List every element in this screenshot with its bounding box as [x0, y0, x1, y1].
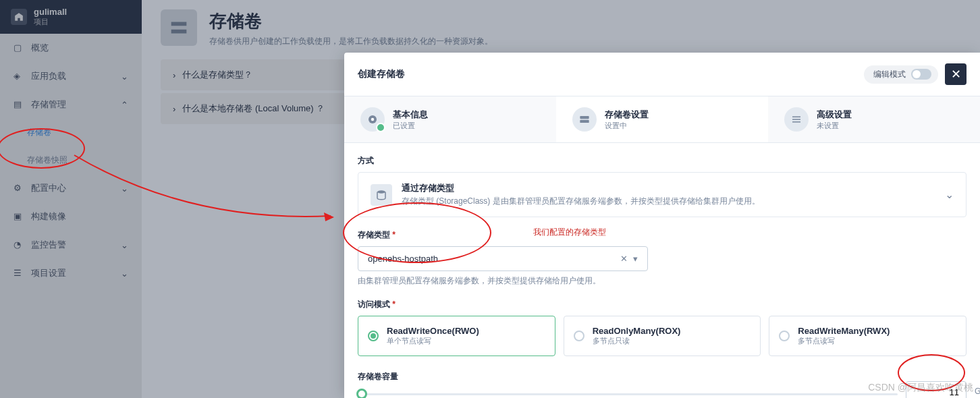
select-value: openebs-hostpath — [368, 254, 438, 264]
radio-title: ReadOnlyMany(ROX) — [593, 326, 681, 336]
radio-off-icon — [574, 331, 584, 341]
access-mode-rox[interactable]: ReadOnlyMany(ROX) 多节点只读 — [564, 316, 761, 356]
edit-mode-toggle[interactable]: 编辑模式 — [864, 65, 938, 84]
capacity-label: 存储卷容量 — [358, 371, 967, 382]
type-card-desc: 存储类型 (StorageClass) 是由集群管理员配置存储服务端参数，并按类… — [402, 196, 935, 207]
slider-thumb[interactable] — [356, 389, 367, 398]
storage-type-help: 由集群管理员配置存储服务端参数，并按类型提供存储给用户使用。 — [358, 275, 967, 287]
storage-type-select[interactable]: openebs-hostpath ✕ ▾ — [358, 246, 648, 271]
step-title: 高级设置 — [817, 109, 852, 121]
close-icon: ✕ — [951, 67, 961, 82]
radio-sub: 单个节点读写 — [387, 336, 479, 346]
clear-icon[interactable]: ✕ — [615, 254, 633, 264]
disk-icon — [360, 107, 385, 132]
step-title: 存储卷设置 — [605, 109, 649, 121]
dropdown-icon[interactable]: ▾ — [633, 254, 638, 264]
svg-point-1 — [371, 118, 375, 121]
edit-mode-label: 编辑模式 — [873, 69, 906, 80]
step-sub: 已设置 — [393, 121, 428, 131]
create-volume-modal: 创建存储卷 编辑模式 ✕ 基本信息 已设置 存储卷设置 设置中 — [344, 53, 980, 398]
svg-rect-3 — [580, 120, 589, 123]
sliders-icon — [784, 107, 809, 132]
toggle-switch[interactable] — [911, 69, 931, 80]
radio-sub: 多节点只读 — [593, 336, 681, 346]
access-mode-rwx[interactable]: ReadWriteMany(RWX) 多节点读写 — [769, 316, 967, 356]
step-sub: 设置中 — [605, 121, 649, 131]
close-button[interactable]: ✕ — [945, 63, 967, 85]
access-mode-rwo[interactable]: ReadWriteOnce(RWO) 单个节点读写 — [358, 316, 555, 356]
step-advanced[interactable]: 高级设置 未设置 — [768, 96, 980, 142]
svg-rect-6 — [792, 121, 800, 123]
capacity-unit: Gi — [975, 387, 980, 396]
type-card-title: 通过存储类型 — [402, 182, 935, 194]
capacity-input[interactable] — [906, 381, 967, 398]
step-tabs: 基本信息 已设置 存储卷设置 设置中 高级设置 未设置 — [344, 96, 980, 143]
chevron-down-icon: ⌄ — [945, 188, 954, 201]
storage-type-label: 存储类型 * — [358, 229, 967, 241]
method-label: 方式 — [358, 155, 967, 167]
radio-sub: 多节点读写 — [798, 336, 890, 346]
svg-rect-2 — [580, 116, 589, 119]
step-title: 基本信息 — [393, 109, 428, 121]
access-mode-label: 访问模式 * — [358, 299, 967, 310]
step-sub: 未设置 — [817, 121, 852, 131]
storage-type-card[interactable]: 通过存储类型 存储类型 (StorageClass) 是由集群管理员配置存储服务… — [358, 172, 967, 217]
svg-point-7 — [377, 190, 385, 194]
step-basic-info[interactable]: 基本信息 已设置 — [344, 96, 556, 142]
step-volume-settings[interactable]: 存储卷设置 设置中 — [556, 96, 768, 142]
capacity-slider[interactable] — [358, 393, 898, 395]
radio-title: ReadWriteOnce(RWO) — [387, 326, 479, 336]
radio-off-icon — [779, 331, 790, 341]
modal-title: 创建存储卷 — [358, 68, 864, 80]
storage-icon — [572, 107, 597, 132]
svg-rect-4 — [792, 117, 800, 118]
radio-on-icon — [368, 331, 379, 341]
annotation-text: 我们配置的存储类型 — [533, 227, 606, 238]
svg-rect-5 — [792, 119, 800, 120]
database-icon — [371, 184, 392, 206]
radio-title: ReadWriteMany(RWX) — [798, 326, 890, 336]
